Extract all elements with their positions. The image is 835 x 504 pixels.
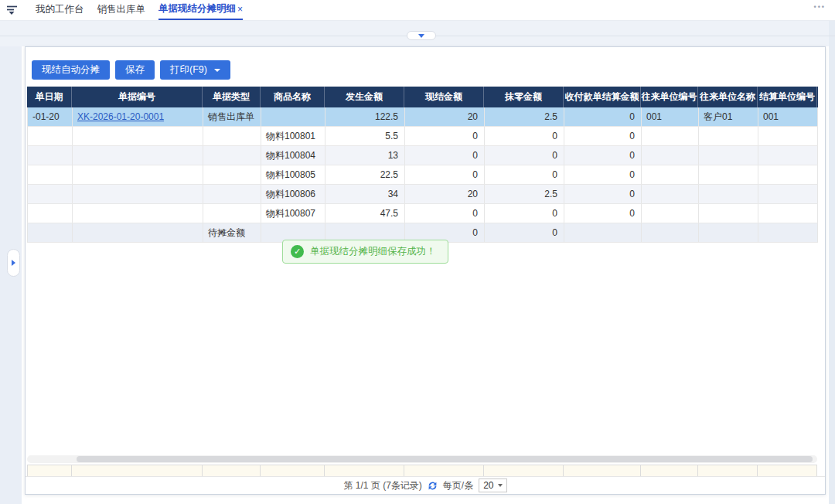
- auto-allocate-button[interactable]: 现结自动分摊: [32, 60, 110, 80]
- table-cell: [73, 146, 203, 165]
- table-cell: 47.5: [325, 204, 405, 223]
- table-cell: [642, 146, 699, 165]
- table-cell: 0: [564, 185, 642, 203]
- page-right-edge: [829, 21, 835, 504]
- print-button[interactable]: 打印(F9): [160, 60, 230, 80]
- table-cell: [28, 204, 73, 223]
- tab-list-menu-icon[interactable]: [6, 0, 18, 20]
- allocation-table: 单日期单据编号单据类型商品名称发生金额现结金额抹零金额收付款单结算金额往来单位编…: [27, 87, 818, 243]
- column-header: 抹零金额: [484, 87, 564, 107]
- chevron-right-icon: [12, 260, 15, 266]
- tab-my-workbench[interactable]: 我的工作台: [36, 0, 84, 20]
- table-cell: 20: [405, 185, 485, 203]
- table-cell: 34: [325, 185, 405, 203]
- table-cell: 0: [405, 204, 485, 223]
- table-cell: [642, 223, 699, 242]
- table-cell: [261, 107, 325, 126]
- table-cell: [28, 165, 73, 184]
- table-cell: 物料100806: [261, 185, 325, 203]
- main-panel: 现结自动分摊 保存 打印(F9) 单日期单据编号单据类型商品名称发生金额现结金额…: [25, 46, 826, 495]
- table-cell: [203, 204, 261, 223]
- save-button[interactable]: 保存: [115, 60, 155, 80]
- tab-close-icon[interactable]: ×: [237, 4, 243, 15]
- table-cell: -01-20: [28, 107, 73, 126]
- table-row[interactable]: 物料10080634202.50: [27, 185, 818, 204]
- chevron-down-icon: [498, 484, 503, 487]
- table-header: 单日期单据编号单据类型商品名称发生金额现结金额抹零金额收付款单结算金额往来单位编…: [27, 87, 818, 107]
- table-cell: [699, 223, 758, 242]
- column-header: 单日期: [27, 87, 72, 107]
- table-cell: 客户01: [699, 107, 758, 126]
- table-cell: [758, 165, 818, 184]
- table-cell: 0: [564, 127, 642, 145]
- table-cell: 001: [758, 107, 818, 126]
- table-row[interactable]: 物料10080522.5000: [27, 165, 818, 185]
- table-cell: [73, 127, 203, 145]
- horizontal-scrollbar[interactable]: [27, 455, 817, 463]
- table-cell: [73, 185, 203, 203]
- table-cell: [758, 204, 818, 223]
- table-cell: 13: [325, 146, 405, 165]
- table-cell: 2.5: [485, 107, 564, 126]
- column-header: 发生金额: [325, 87, 404, 107]
- table-cell: [699, 204, 758, 223]
- tab-bar: 我的工作台 销售出库单 单据现结分摊明细 × •••: [0, 0, 835, 21]
- more-tabs-icon[interactable]: •••: [814, 3, 826, 11]
- table-cell: [642, 185, 699, 203]
- column-header: 结算单位编号: [758, 87, 817, 107]
- table-cell: 销售出库单: [203, 107, 261, 126]
- column-header: 商品名称: [261, 87, 325, 107]
- table-cell: 001: [642, 107, 699, 126]
- table-cell: 0: [485, 204, 564, 223]
- table-cell: [203, 146, 261, 165]
- table-cell: [642, 204, 699, 223]
- table-cell: 物料100804: [261, 146, 325, 165]
- tab-sales-outbound[interactable]: 销售出库单: [97, 0, 146, 20]
- table-cell: [203, 127, 261, 145]
- table-cell: 物料100807: [261, 204, 325, 223]
- table-cell: [758, 223, 818, 242]
- refresh-icon[interactable]: [428, 481, 438, 491]
- table-cell: 物料100801: [261, 127, 325, 145]
- column-header: 往来单位编号: [641, 87, 698, 107]
- page-size-value: 20: [483, 480, 493, 491]
- table-cell: 0: [564, 146, 642, 165]
- success-check-icon: ✓: [291, 245, 304, 258]
- table-cell: [203, 165, 261, 184]
- table-cell: 待摊金额: [203, 223, 261, 242]
- chevron-down-icon: [418, 34, 424, 38]
- table-cell: [28, 223, 73, 242]
- document-number-link[interactable]: XK-2026-01-20-0001: [77, 111, 164, 122]
- tab-cash-settlement-detail[interactable]: 单据现结分摊明细 ×: [158, 0, 243, 20]
- column-header: 单据类型: [203, 87, 261, 107]
- expand-sidebar-handle[interactable]: [7, 249, 20, 277]
- table-cell: 0: [485, 127, 564, 145]
- table-cell: 0: [405, 165, 485, 184]
- table-cell: [73, 165, 203, 184]
- table-cell: [758, 185, 818, 203]
- collapse-header-button[interactable]: [407, 31, 436, 40]
- table-row[interactable]: -01-20XK-2026-01-20-0001销售出库单122.5202.50…: [27, 107, 818, 127]
- table-cell: [28, 146, 73, 165]
- table-cell: 0: [485, 146, 564, 165]
- pagination-bar: 第 1/1 页 (7条记录) 每页/条 20: [26, 476, 825, 494]
- table-cell: 22.5: [325, 165, 405, 184]
- table-cell: [758, 146, 818, 165]
- table-cell: 20: [405, 107, 485, 126]
- tab-label: 单据现结分摊明细: [158, 2, 236, 15]
- table-row[interactable]: 物料1008015.5000: [27, 127, 818, 146]
- table-row[interactable]: 物料10080747.5000: [27, 204, 818, 223]
- table-cell: 0: [564, 204, 642, 223]
- column-header: 单据编号: [72, 87, 203, 107]
- table-cell: [73, 223, 203, 242]
- table-cell: 122.5: [325, 107, 405, 126]
- table-row[interactable]: 物料10080413000: [27, 146, 818, 165]
- table-cell: [642, 165, 699, 184]
- print-button-label: 打印(F9): [170, 63, 207, 77]
- table-body: -01-20XK-2026-01-20-0001销售出库单122.5202.50…: [27, 107, 818, 243]
- horizontal-scrollbar-thumb[interactable]: [77, 456, 813, 462]
- table-cell: 5.5: [325, 127, 405, 145]
- table-cell: 物料100805: [261, 165, 325, 184]
- page-size-select[interactable]: 20: [479, 478, 506, 492]
- table-cell: [758, 127, 818, 145]
